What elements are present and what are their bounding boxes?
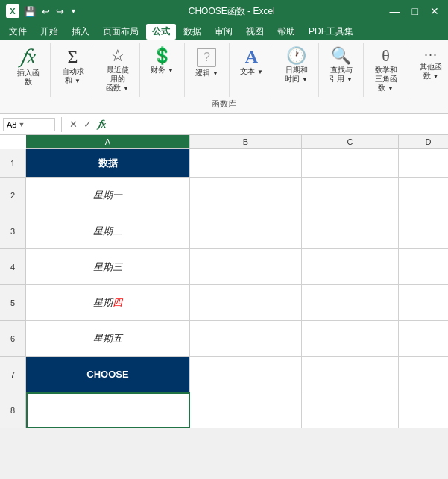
cell-a7[interactable]: CHOOSE — [26, 357, 190, 392]
save-qa-btn[interactable]: 💾 — [24, 6, 36, 17]
cell-a3[interactable]: 星期二 — [26, 213, 190, 249]
formula-input[interactable] — [110, 118, 445, 131]
close-button[interactable]: ✕ — [427, 5, 442, 17]
cell-d5[interactable] — [399, 285, 448, 321]
cell-b3[interactable] — [190, 213, 302, 249]
ribbon-group-insertfn: 𝑓x 插入函数 — [6, 43, 51, 97]
cell-d4[interactable] — [399, 249, 448, 285]
cell-c1[interactable] — [302, 149, 399, 178]
cell-d7[interactable] — [399, 357, 448, 392]
lookup-button[interactable]: 🔍 查找与引用 ▼ — [325, 46, 357, 85]
spreadsheet-body: 1 2 3 4 5 6 7 8 数据 星期一 — [0, 149, 448, 428]
menu-insert[interactable]: 插入 — [66, 24, 95, 40]
cell-b6[interactable] — [190, 321, 302, 357]
cell-a6[interactable]: 星期五 — [26, 321, 190, 357]
cell-a8[interactable] — [26, 392, 190, 428]
cell-d1[interactable] — [399, 149, 448, 178]
row-header-5[interactable]: 5 — [0, 285, 25, 321]
menu-pagelayout[interactable]: 页面布局 — [97, 24, 145, 40]
ribbon-group-math: θ 数学和三角函数 ▼ — [364, 43, 408, 97]
menu-bar: 文件 开始 插入 页面布局 公式 数据 审阅 视图 帮助 PDF工具集 — [0, 22, 448, 40]
cell-a1[interactable]: 数据 — [26, 149, 190, 178]
row-header-4[interactable]: 4 — [0, 249, 25, 285]
text-button[interactable]: A 文本 ▼ — [237, 46, 266, 78]
cell-b5[interactable] — [190, 285, 302, 321]
name-box-dropdown[interactable]: ▼ — [18, 121, 25, 128]
menu-formula[interactable]: 公式 — [146, 24, 176, 40]
spreadsheet: A B C D 1 2 3 4 5 6 7 8 数据 星 — [0, 135, 448, 428]
math-label: 数学和三角函数 ▼ — [373, 66, 399, 93]
cell-d6[interactable] — [399, 321, 448, 357]
cell-b1[interactable] — [190, 149, 302, 178]
recent-functions-button[interactable]: ☆ 最近使用的函数 ▼ — [101, 46, 133, 94]
row-header-1[interactable]: 1 — [0, 149, 25, 178]
minimize-button[interactable]: — — [387, 5, 403, 17]
finance-icon: 💲 — [152, 48, 172, 64]
cell-a5[interactable]: 星期四 — [26, 285, 190, 321]
weekday-highlight: 四 — [113, 296, 122, 310]
row-header-2[interactable]: 2 — [0, 178, 25, 213]
qa-dropdown-icon: ▼ — [70, 7, 77, 15]
datetime-button[interactable]: 🕐 日期和时间 ▼ — [280, 46, 312, 85]
ribbon-group-autosum: Σ 自动求和 ▼ — [51, 43, 95, 97]
insert-function-label: 插入函数 — [15, 69, 41, 87]
insert-function-button[interactable]: 𝑓x 插入函数 — [12, 46, 44, 88]
menu-data[interactable]: 数据 — [177, 24, 207, 40]
table-row: 数据 — [26, 149, 448, 178]
menu-view[interactable]: 视图 — [240, 24, 270, 40]
table-row: 星期五 — [26, 321, 448, 357]
cell-d8[interactable] — [399, 392, 448, 428]
cell-c8[interactable] — [302, 392, 399, 428]
cell-c7[interactable] — [302, 357, 399, 392]
menu-file[interactable]: 文件 — [3, 24, 33, 40]
cell-a2[interactable]: 星期一 — [26, 178, 190, 213]
finance-button[interactable]: 💲 财务 ▼ — [148, 46, 177, 76]
formula-cancel-icon[interactable]: ✕ — [68, 119, 79, 131]
table-row: CHOOSE — [26, 357, 448, 392]
cell-d2[interactable] — [399, 178, 448, 213]
row-header-6[interactable]: 6 — [0, 321, 25, 357]
menu-help[interactable]: 帮助 — [271, 24, 301, 40]
lookup-icon: 🔍 — [331, 48, 351, 64]
menu-home[interactable]: 开始 — [34, 24, 64, 40]
cell-a4[interactable]: 星期三 — [26, 249, 190, 285]
formula-fx-icon[interactable]: 𝑓x — [96, 119, 107, 131]
cell-b2[interactable] — [190, 178, 302, 213]
cell-d3[interactable] — [399, 213, 448, 249]
insert-function-icon: 𝑓x — [20, 48, 36, 67]
menu-review[interactable]: 审阅 — [209, 24, 239, 40]
table-row: 星期四 — [26, 285, 448, 321]
row-header-3[interactable]: 3 — [0, 213, 25, 249]
cell-c4[interactable] — [302, 249, 399, 285]
cell-b8[interactable] — [190, 392, 302, 428]
formula-confirm-icon[interactable]: ✓ — [82, 119, 93, 131]
col-header-b[interactable]: B — [190, 135, 302, 148]
autosum-icon: Σ — [68, 48, 78, 66]
autosum-button[interactable]: Σ 自动求和 ▼ — [57, 46, 89, 87]
maximize-button[interactable]: □ — [409, 5, 421, 17]
row-header-7[interactable]: 7 — [0, 357, 25, 392]
finance-label: 财务 ▼ — [151, 66, 174, 75]
cell-b4[interactable] — [190, 249, 302, 285]
ribbon-group-datetime: 🕐 日期和时间 ▼ — [274, 43, 319, 97]
redo-qa-btn[interactable]: ↪ — [56, 6, 64, 17]
math-button[interactable]: θ 数学和三角函数 ▼ — [370, 46, 402, 94]
col-header-d[interactable]: D — [399, 135, 448, 148]
cell-c5[interactable] — [302, 285, 399, 321]
col-header-c[interactable]: C — [302, 135, 399, 148]
row-header-8[interactable]: 8 — [0, 392, 25, 428]
name-box[interactable]: A8 ▼ — [3, 118, 55, 131]
ribbon-group-name: 函数库 — [6, 97, 442, 113]
undo-qa-btn[interactable]: ↩ — [42, 6, 50, 17]
cell-b7[interactable] — [190, 357, 302, 392]
menu-pdf[interactable]: PDF工具集 — [303, 24, 359, 40]
cell-c3[interactable] — [302, 213, 399, 249]
table-row — [26, 392, 448, 428]
logic-button[interactable]: ? 逻辑 ▼ — [192, 46, 221, 79]
col-header-a[interactable]: A — [26, 135, 190, 148]
cell-c6[interactable] — [302, 321, 399, 357]
cell-c2[interactable] — [302, 178, 399, 213]
table-row: 星期一 — [26, 178, 448, 213]
window-title: CHOOSE函数 - Excel — [81, 5, 382, 18]
other-functions-button[interactable]: ··· 其他函数 ▼ — [414, 46, 447, 82]
